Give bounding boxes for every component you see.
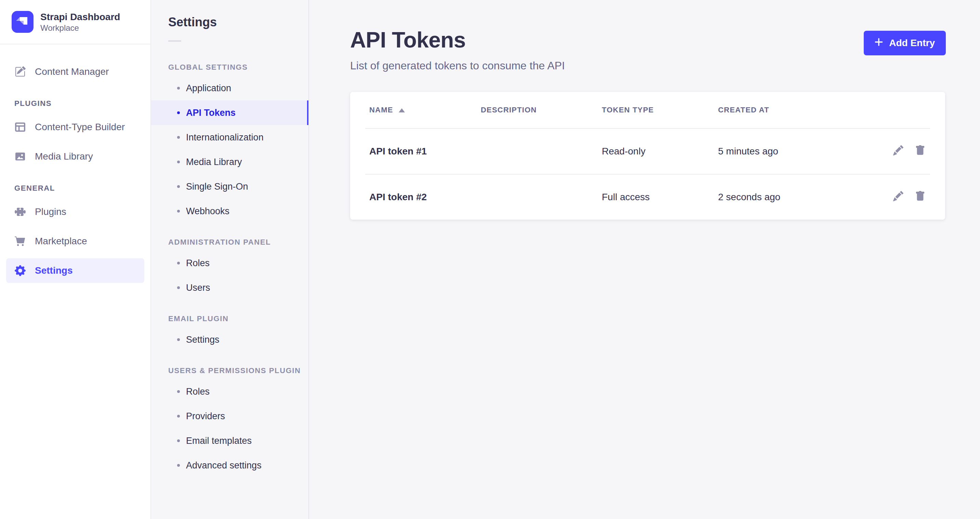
gear-icon bbox=[14, 265, 26, 276]
subnav-item-label: Single Sign-On bbox=[186, 181, 248, 192]
cell-created-at: 2 seconds ago bbox=[718, 192, 875, 203]
subnav-item-label: Email templates bbox=[186, 436, 252, 446]
bullet-icon bbox=[177, 440, 180, 442]
edit-button[interactable] bbox=[892, 146, 904, 157]
subnav-item-label: Media Library bbox=[186, 157, 242, 167]
nav-item-label: Media Library bbox=[35, 151, 93, 162]
subnav-item-label: Webhooks bbox=[186, 206, 229, 217]
bullet-icon bbox=[177, 136, 180, 139]
nav-item-settings[interactable]: Settings bbox=[6, 258, 144, 283]
subnav-section-email-plugin: EMAIL PLUGIN bbox=[151, 314, 309, 323]
subnav-section-administration-panel: ADMINISTRATION PANEL bbox=[151, 238, 309, 247]
bullet-icon bbox=[177, 185, 180, 188]
table-header-row: NAME DESCRIPTION TOKEN TYPE CREATED AT bbox=[350, 92, 945, 128]
row-actions bbox=[875, 146, 926, 157]
delete-icon bbox=[915, 145, 925, 158]
bullet-icon bbox=[177, 415, 180, 417]
image-icon bbox=[14, 151, 26, 162]
bullet-icon bbox=[177, 464, 180, 467]
subnav-item-label: Roles bbox=[186, 386, 210, 397]
bullet-icon bbox=[177, 87, 180, 89]
workspace-brand[interactable]: Strapi Dashboard Workplace bbox=[0, 0, 150, 44]
subnav-item-label: API Tokens bbox=[186, 108, 235, 118]
subnav-item-advanced-settings[interactable]: Advanced settings bbox=[151, 453, 309, 478]
edit-icon bbox=[893, 191, 904, 204]
brand-subtitle: Workplace bbox=[40, 23, 120, 33]
sort-asc-icon bbox=[399, 106, 405, 114]
cell-token-type: Read-only bbox=[602, 146, 718, 157]
nav-item-label: Content-Type Builder bbox=[35, 122, 125, 133]
subnav-item-up-roles[interactable]: Roles bbox=[151, 379, 309, 404]
subnav-item-providers[interactable]: Providers bbox=[151, 404, 309, 429]
main-nav-list: Content Manager PLUGINS Content-Type Bui… bbox=[0, 44, 150, 519]
subnav-item-label: Providers bbox=[186, 411, 225, 422]
subnav-divider bbox=[168, 40, 181, 42]
nav-item-content-type-builder[interactable]: Content-Type Builder bbox=[6, 115, 144, 140]
bullet-icon bbox=[177, 286, 180, 289]
bullet-icon bbox=[177, 390, 180, 393]
subnav-item-api-tokens[interactable]: API Tokens bbox=[151, 100, 309, 125]
delete-button[interactable] bbox=[914, 146, 926, 157]
edit-button[interactable] bbox=[892, 191, 904, 203]
subnav-title: Settings bbox=[151, 0, 309, 29]
page-header: API Tokens List of generated tokens to c… bbox=[309, 0, 980, 72]
subnav-item-single-sign-on[interactable]: Single Sign-On bbox=[151, 174, 309, 199]
nav-item-label: Marketplace bbox=[35, 236, 87, 247]
add-entry-label: Add Entry bbox=[889, 38, 935, 49]
nav-item-label: Plugins bbox=[35, 206, 66, 217]
subnav-item-webhooks[interactable]: Webhooks bbox=[151, 199, 309, 224]
table-row[interactable]: API token #1 Read-only 5 minutes ago bbox=[350, 129, 945, 174]
settings-subnav: Settings GLOBAL SETTINGS Application API… bbox=[151, 0, 309, 519]
subnav-item-application[interactable]: Application bbox=[151, 76, 309, 100]
title-group: API Tokens List of generated tokens to c… bbox=[350, 27, 565, 72]
bullet-icon bbox=[177, 111, 180, 114]
subnav-item-admin-users[interactable]: Users bbox=[151, 275, 309, 300]
subnav-item-admin-roles[interactable]: Roles bbox=[151, 251, 309, 275]
plus-icon bbox=[875, 38, 883, 49]
strapi-dashboard-app: Strapi Dashboard Workplace Content Manag… bbox=[0, 0, 980, 519]
api-tokens-table: NAME DESCRIPTION TOKEN TYPE CREATED AT A… bbox=[350, 92, 945, 220]
pencil-square-icon bbox=[14, 66, 26, 78]
cart-icon bbox=[14, 235, 26, 247]
column-header-label: NAME bbox=[369, 106, 393, 114]
bullet-icon bbox=[177, 160, 180, 163]
subnav-item-label: Application bbox=[186, 83, 231, 94]
delete-icon bbox=[915, 191, 925, 204]
row-actions bbox=[875, 191, 926, 203]
subnav-item-label: Roles bbox=[186, 258, 210, 268]
subnav-item-email-settings[interactable]: Settings bbox=[151, 327, 309, 352]
subnav-section-users-permissions-plugin: USERS & PERMISSIONS PLUGIN bbox=[151, 366, 309, 375]
delete-button[interactable] bbox=[914, 191, 926, 203]
subnav-section-global-settings: GLOBAL SETTINGS bbox=[151, 63, 309, 72]
nav-item-plugins[interactable]: Plugins bbox=[6, 200, 144, 224]
nav-item-content-manager[interactable]: Content Manager bbox=[6, 59, 144, 84]
puzzle-icon bbox=[14, 206, 26, 217]
subnav-item-media-library[interactable]: Media Library bbox=[151, 150, 309, 174]
main-navigation: Strapi Dashboard Workplace Content Manag… bbox=[0, 0, 151, 519]
edit-icon bbox=[893, 145, 904, 158]
subnav-item-internationalization[interactable]: Internationalization bbox=[151, 125, 309, 150]
nav-item-label: Settings bbox=[35, 265, 73, 276]
nav-section-general: GENERAL bbox=[6, 184, 144, 193]
subnav-item-label: Settings bbox=[186, 335, 220, 345]
nav-item-label: Content Manager bbox=[35, 66, 109, 77]
subnav-item-label: Internationalization bbox=[186, 132, 264, 143]
subnav-item-email-templates[interactable]: Email templates bbox=[151, 429, 309, 453]
layout-icon bbox=[14, 121, 26, 133]
nav-item-media-library[interactable]: Media Library bbox=[6, 144, 144, 169]
strapi-logo-icon bbox=[12, 11, 33, 33]
cell-name: API token #1 bbox=[369, 146, 481, 157]
column-header-name[interactable]: NAME bbox=[369, 106, 481, 114]
cell-name: API token #2 bbox=[369, 192, 481, 203]
nav-item-marketplace[interactable]: Marketplace bbox=[6, 229, 144, 254]
column-header-description: DESCRIPTION bbox=[481, 106, 602, 114]
page-title: API Tokens bbox=[350, 27, 565, 52]
main-content: API Tokens List of generated tokens to c… bbox=[309, 0, 980, 519]
add-entry-button[interactable]: Add Entry bbox=[864, 31, 946, 56]
bullet-icon bbox=[177, 338, 180, 341]
cell-created-at: 5 minutes ago bbox=[718, 146, 875, 157]
column-header-token-type: TOKEN TYPE bbox=[602, 106, 718, 114]
bullet-icon bbox=[177, 262, 180, 265]
nav-section-plugins: PLUGINS bbox=[6, 99, 144, 108]
table-row[interactable]: API token #2 Full access 2 seconds ago bbox=[350, 175, 945, 220]
